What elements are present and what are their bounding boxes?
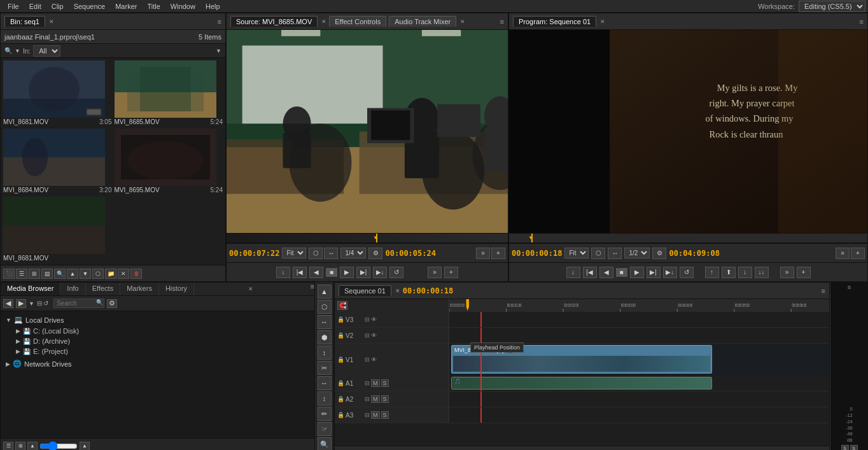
source-panel-menu[interactable]: ≡ [500,18,504,25]
program-fit-select[interactable]: Fit [564,248,589,258]
tool-rolling[interactable]: ⬢ [318,330,332,344]
source-loop-btn[interactable]: ↺ [389,267,403,278]
menu-clip[interactable]: Clip [46,3,69,10]
source-tab[interactable]: Source: MVI_8685.MOV [230,16,318,27]
find-btn[interactable]: 🔍 [54,269,66,279]
a1-clip[interactable]: 🎵 [451,377,712,390]
program-settings-btn[interactable]: ⚙ [652,248,666,259]
a3-solo-btn[interactable]: S [381,411,389,419]
source-play-btn[interactable]: ▶ [340,267,354,278]
a2-collapse[interactable]: ⊟ [365,396,370,402]
program-add2-btn[interactable]: + [797,267,811,278]
program-play-btn[interactable]: ▶ [630,267,644,278]
delete-btn[interactable]: 🗑 [130,269,142,279]
in-select[interactable]: All [33,45,60,57]
a1-mute-btn[interactable]: M [371,379,380,387]
v2-eye[interactable]: 👁 [371,332,377,339]
source-add-btn[interactable]: + [491,248,505,259]
a2-solo-btn[interactable]: S [381,395,389,403]
v2-lock[interactable]: 🔒 [337,332,344,339]
track-body-v2[interactable] [449,328,829,343]
icon-view-btn[interactable]: ⊞ [29,269,40,279]
tool-slide[interactable]: ↕ [318,391,332,405]
program-ruler[interactable]: ▼ [509,233,867,243]
project-panel-menu[interactable]: ≡ [218,18,221,25]
down-btn[interactable]: ▼ [80,269,91,279]
tool-selection[interactable]: ▲ [318,285,332,299]
a1-collapse[interactable]: ⊟ [365,380,370,386]
audio-tab-close[interactable]: ✕ [460,18,465,25]
menu-marker[interactable]: Marker [110,3,142,10]
tool-hand[interactable]: ☞ [318,422,332,436]
tab-info[interactable]: Info [60,283,85,295]
source-ruler[interactable]: ▼ [227,233,508,243]
source-go-in-btn[interactable]: |◀ [293,267,307,278]
tab-effects[interactable]: Effects [86,283,120,295]
tab-history[interactable]: History [159,283,194,295]
audio-mixer-tab[interactable]: Audio Track Mixer [389,16,456,27]
vu-s1-btn[interactable]: S [841,445,849,450]
sequence-tab[interactable]: Sequence 01 [339,285,391,296]
program-marker-btn[interactable]: ↔ [608,248,622,259]
menu-help[interactable]: Help [200,3,225,10]
a1-solo-btn[interactable]: S [381,379,389,387]
menu-sequence[interactable]: Sequence [69,3,111,10]
clip-item-1[interactable]: MVI_8685.MOV 5:24 [115,60,223,126]
v3-collapse[interactable]: ⊟ [365,316,370,323]
source-step-fwd-btn[interactable]: ▶| [356,267,370,278]
seq-tab-close[interactable]: ✕ [395,288,400,294]
program-panel-menu[interactable]: ≡ [860,18,864,25]
source-timecode-out[interactable]: 00:00:05:24 [385,249,435,258]
drive-c[interactable]: ▶ 💾 C: (Local Disk) [13,326,312,336]
tool-move[interactable]: ⬡ [318,300,332,314]
program-stop-btn[interactable]: ■ [616,268,627,277]
clip-item-3[interactable]: MVI_8695.MOV 5:24 [115,129,223,194]
program-lift-btn[interactable]: ↑ [705,267,719,278]
program-mark-in-btn[interactable]: ↓ [566,267,580,278]
new-bin-btn[interactable]: ⬛ [3,269,15,279]
source-marker-in-btn[interactable]: ↔ [324,248,338,259]
effect-controls-tab[interactable]: Effect Controls [329,16,386,27]
tool-razor[interactable]: ✂ [318,361,332,375]
program-add-btn[interactable]: + [851,248,865,259]
source-markers-btn[interactable]: ⬡ [309,248,323,259]
back-btn[interactable]: ◀ [3,299,13,308]
folder-btn[interactable]: 📁 [105,269,116,279]
tab-markers[interactable]: Markers [120,283,159,295]
tool-rate[interactable]: ↕ [318,346,332,360]
list-btn[interactable]: ☰ [3,442,13,451]
list-view-btn[interactable]: ☰ [16,269,27,279]
track-body-v1[interactable]: MVI_8681.MOV [V] 🎬 Playhead Position [449,344,829,376]
timeline-scrollbar[interactable] [335,446,829,450]
down-btn2[interactable]: ▲ [80,442,90,451]
program-loop-btn[interactable]: ↺ [680,267,694,278]
snap-btn[interactable]: 🧲 [337,301,347,310]
program-extract-btn[interactable]: ⬆ [722,267,736,278]
tool-ripple[interactable]: ↔ [318,315,332,329]
program-step-fwd-btn[interactable]: ▶| [647,267,661,278]
clip-item-0[interactable]: MVI_8681.MOV 3:05 [3,60,112,126]
a2-mute-btn[interactable]: M [371,395,380,403]
a3-lock[interactable]: 🔒 [337,412,344,418]
program-tab-close[interactable]: ✕ [600,18,605,25]
source-tab-close[interactable]: ✕ [321,18,326,25]
tool-slip[interactable]: ↔ [318,376,332,390]
menu-edit[interactable]: Edit [24,3,46,10]
source-insert-btn[interactable]: + [444,267,458,278]
tool-pen[interactable]: ✏ [318,407,332,421]
tool-zoom[interactable]: 🔍 [318,437,332,450]
new-item-btn[interactable]: ⬡ [92,269,104,279]
menu-title[interactable]: Title [142,3,165,10]
program-insert-btn[interactable]: ↓↓ [755,267,769,278]
automate-btn[interactable]: ▤ [41,269,53,279]
v1-eye[interactable]: 👁 [371,356,377,363]
icon-btn[interactable]: ⊞ [15,442,25,451]
project-panel-close[interactable]: ✕ [49,18,54,25]
sequence-menu[interactable]: ≡ [822,287,825,295]
program-timecode[interactable]: 00:00:00:18 [512,249,562,258]
a3-mute-btn[interactable]: M [371,411,380,419]
drive-e[interactable]: ▶ 💾 E: (Project) [13,346,312,356]
menu-file[interactable]: File [3,3,24,10]
source-settings-btn[interactable]: ⚙ [368,248,382,259]
drive-d[interactable]: ▶ 💾 D: (Archive) [13,336,312,346]
